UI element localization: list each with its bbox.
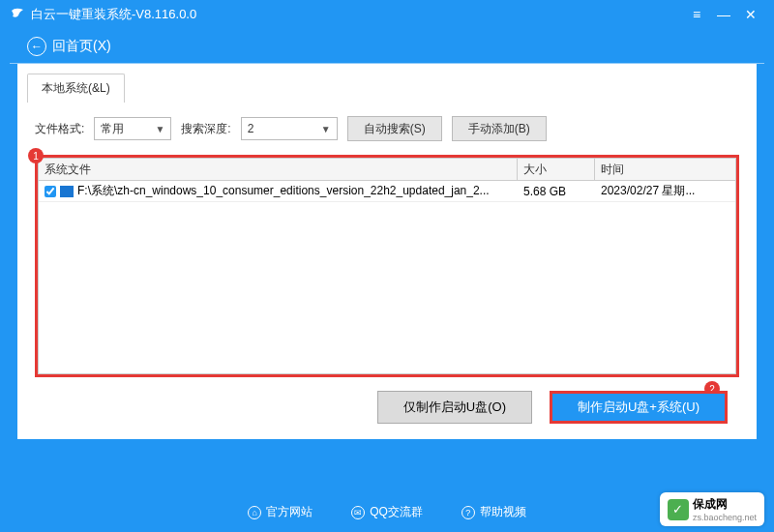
search-depth-label: 搜索深度:: [181, 121, 230, 137]
controls-row: 文件格式: 常用 ▼ 搜索深度: 2 ▼ 自动搜索(S) 手动添加(B): [17, 103, 757, 155]
watermark-name: 保成网: [693, 496, 757, 513]
watermark-url: zs.baocheng.net: [693, 513, 757, 522]
make-udisk-only-button[interactable]: 仅制作启动U盘(O): [377, 391, 532, 424]
back-row[interactable]: ← 回首页(X): [10, 29, 764, 64]
close-button[interactable]: ✕: [737, 7, 764, 22]
col-time[interactable]: 时间: [595, 162, 735, 178]
titlebar: 白云一键重装系统-V8.116.0.0 ≡ — ✕: [0, 0, 774, 29]
footer-qq[interactable]: ✉ QQ交流群: [351, 504, 423, 520]
menu-icon[interactable]: ≡: [683, 7, 710, 22]
watermark-logo-icon: ✓: [668, 499, 689, 520]
row-checkbox[interactable]: [45, 186, 56, 197]
file-format-select[interactable]: 常用 ▼: [94, 117, 171, 140]
app-logo-icon: [10, 7, 25, 23]
footer: ⌂ 官方网站 ✉ QQ交流群 ? 帮助视频: [0, 504, 774, 520]
bottom-buttons: 仅制作启动U盘(O) 2 制作启动U盘+系统(U): [17, 391, 757, 439]
annotation-marker-1: 1: [28, 148, 44, 163]
tab-local-system[interactable]: 本地系统(&L): [27, 74, 125, 103]
minimize-button[interactable]: —: [710, 7, 737, 22]
col-size[interactable]: 大小: [518, 159, 595, 180]
main-panel: 本地系统(&L) 文件格式: 常用 ▼ 搜索深度: 2 ▼ 自动搜索(S) 手动…: [17, 64, 757, 439]
chat-icon: ✉: [351, 506, 365, 519]
footer-site[interactable]: ⌂ 官方网站: [248, 504, 313, 520]
chevron-down-icon: ▼: [155, 124, 164, 134]
footer-help[interactable]: ? 帮助视频: [461, 504, 526, 520]
manual-add-button[interactable]: 手动添加(B): [452, 116, 547, 141]
table-body: F:\系统\zh-cn_windows_10_consumer_editions…: [38, 181, 736, 374]
chevron-down-icon: ▼: [321, 124, 331, 134]
file-icon: [60, 186, 74, 197]
table-header: 系统文件 大小 时间: [38, 158, 736, 181]
row-path: F:\系统\zh-cn_windows_10_consumer_editions…: [77, 183, 490, 199]
row-size: 5.68 GB: [518, 185, 595, 198]
home-icon: ⌂: [248, 506, 261, 519]
col-file[interactable]: 系统文件: [39, 159, 518, 180]
auto-search-button[interactable]: 自动搜索(S): [347, 116, 442, 141]
back-label: 回首页(X): [52, 38, 111, 55]
row-time: 2023/02/27 星期...: [595, 183, 735, 199]
back-arrow-icon: ←: [27, 37, 46, 56]
search-depth-select[interactable]: 2 ▼: [241, 117, 338, 140]
system-table: 1 系统文件 大小 时间 F:\系统\zh-cn_windows_10_cons…: [35, 155, 739, 377]
watermark: ✓ 保成网 zs.baocheng.net: [660, 492, 764, 526]
file-format-label: 文件格式:: [35, 121, 84, 137]
make-udisk-system-button[interactable]: 制作启动U盘+系统(U): [550, 391, 728, 424]
help-icon: ?: [461, 506, 475, 519]
app-title: 白云一键重装系统-V8.116.0.0: [31, 6, 196, 23]
table-row[interactable]: F:\系统\zh-cn_windows_10_consumer_editions…: [39, 181, 735, 202]
